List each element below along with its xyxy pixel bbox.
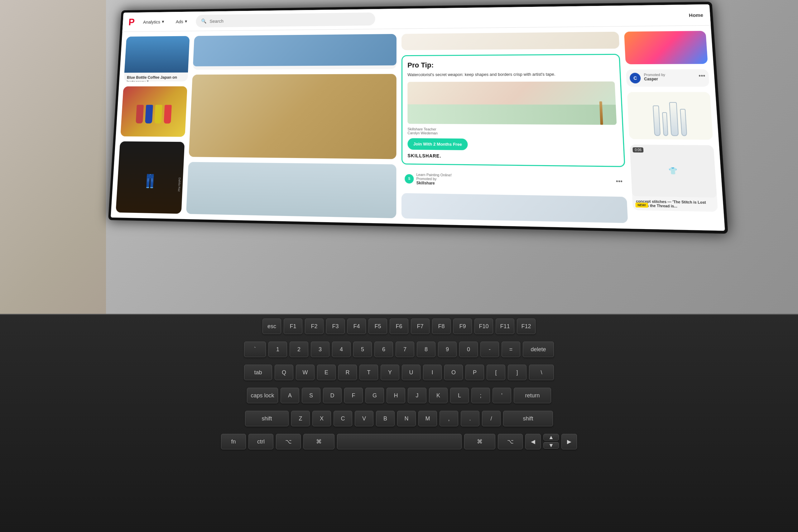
key-x[interactable]: X [312,411,331,426]
key-return[interactable]: return [514,388,551,403]
pin-card-pants[interactable]: 👖 Dahlia Raz [116,141,185,214]
analytics-nav[interactable]: Analytics ▾ [140,17,167,26]
key-r[interactable]: R [338,365,357,380]
key-f[interactable]: F [344,388,363,403]
casper-more-options[interactable]: ••• [699,73,706,80]
key-rbracket[interactable]: ] [508,365,527,380]
key-quote[interactable]: ' [493,388,511,403]
key-a[interactable]: A [281,388,299,403]
key-shift-right[interactable]: shift [503,411,553,426]
key-arrow-right[interactable]: ▶ [562,434,577,450]
key-cmd-left[interactable]: ⌘ [303,434,335,450]
key-f11[interactable]: F11 [496,319,514,334]
key-k[interactable]: K [429,388,448,403]
key-n[interactable]: N [397,411,416,426]
key-backslash[interactable]: \ [529,365,554,380]
key-7[interactable]: 7 [396,342,414,357]
key-j[interactable]: J [408,388,426,403]
key-f7[interactable]: F7 [411,319,430,334]
key-minus[interactable]: - [480,342,499,357]
key-arrow-down[interactable]: ▼ [543,442,559,449]
home-nav[interactable]: Home [689,12,703,18]
key-o[interactable]: O [444,365,463,380]
key-t[interactable]: T [359,365,378,380]
key-h[interactable]: H [386,388,405,403]
join-button[interactable]: Join With 2 Months Free [407,138,468,150]
key-shift-left[interactable]: shift [245,411,289,426]
key-f8[interactable]: F8 [432,319,451,334]
key-option-right[interactable]: ⌥ [498,434,523,450]
pin-card-arch[interactable] [401,193,628,223]
key-u[interactable]: U [402,365,420,380]
flask-1 [653,105,661,136]
pin-card-flasks[interactable] [627,92,713,140]
key-1[interactable]: 1 [268,342,287,357]
key-cmd-right[interactable]: ⌘ [464,434,495,450]
key-fn[interactable]: fn [221,434,246,450]
key-caps[interactable]: caps lock [247,388,278,403]
key-f10[interactable]: F10 [474,319,493,334]
key-comma[interactable]: , [439,411,458,426]
key-5[interactable]: 5 [353,342,372,357]
key-b[interactable]: B [376,411,395,426]
key-9[interactable]: 9 [438,342,457,357]
key-z[interactable]: Z [291,411,310,426]
key-delete[interactable]: delete [523,342,554,357]
key-d[interactable]: D [323,388,342,403]
key-period[interactable]: . [461,411,479,426]
key-8[interactable]: 8 [417,342,435,357]
key-g[interactable]: G [365,388,384,403]
key-f5[interactable]: F5 [368,319,387,334]
ads-nav[interactable]: Ads ▾ [173,17,190,26]
key-slash[interactable]: / [482,411,501,426]
key-f9[interactable]: F9 [453,319,472,334]
pin-card-natural[interactable]: Natural [189,74,396,159]
key-y[interactable]: Y [381,365,399,380]
key-6[interactable]: 6 [374,342,393,357]
key-arrow-left[interactable]: ◀ [525,434,541,450]
key-semicolon[interactable]: ; [471,388,490,403]
more-options-button[interactable]: ••• [616,178,623,186]
key-equals[interactable]: = [501,342,520,357]
key-f12[interactable]: F12 [517,319,535,334]
key-i[interactable]: I [423,365,442,380]
key-m[interactable]: M [418,411,437,426]
key-q[interactable]: Q [274,365,293,380]
key-lbracket[interactable]: [ [487,365,505,380]
key-s[interactable]: S [302,388,320,403]
key-ctrl[interactable]: ctrl [248,434,273,450]
pin-card-autumn[interactable]: Autumn '18 - Mood Board [193,34,397,70]
pinterest-logo[interactable]: P [128,17,135,27]
key-3[interactable]: 3 [311,342,329,357]
analytics-label: Analytics [143,19,160,24]
key-esc[interactable]: esc [263,319,281,334]
key-backtick[interactable]: ` [244,342,266,357]
key-f3[interactable]: F3 [326,319,345,334]
pin-card-ird[interactable]: IRD - Brand design [401,32,620,51]
key-f1[interactable]: F1 [284,319,302,334]
pin-card-bathroom[interactable] [186,162,397,218]
key-option[interactable]: ⌥ [276,434,301,450]
key-0[interactable]: 0 [459,342,478,357]
key-e[interactable]: E [317,365,336,380]
key-f4[interactable]: F4 [347,319,366,334]
key-l[interactable]: L [450,388,469,403]
key-f6[interactable]: F6 [390,319,408,334]
key-2[interactable]: 2 [290,342,308,357]
key-space[interactable] [337,434,462,450]
key-v[interactable]: V [355,411,374,426]
pin-card-concept[interactable]: 👕 concept stitches — 'The Stitch is Lost… [630,145,718,212]
key-c[interactable]: C [334,411,352,426]
pin-card-bottles[interactable] [120,86,187,137]
key-arrow-up[interactable]: ▲ [543,434,559,441]
key-tab[interactable]: tab [244,365,272,380]
casper-promo-card[interactable]: C Promoted by Casper ••• [626,69,709,87]
pin-card-top-gradient[interactable] [624,31,708,64]
key-p[interactable]: P [466,365,484,380]
casper-avatar: C [629,73,641,83]
pin-card-blue-bottle[interactable]: Blue Bottle Coffee Japan on Instagram: "… [124,36,190,82]
key-w[interactable]: W [296,365,315,380]
search-bar[interactable]: 🔍 Search [196,13,375,27]
key-4[interactable]: 4 [332,342,351,357]
key-f2[interactable]: F2 [305,319,324,334]
